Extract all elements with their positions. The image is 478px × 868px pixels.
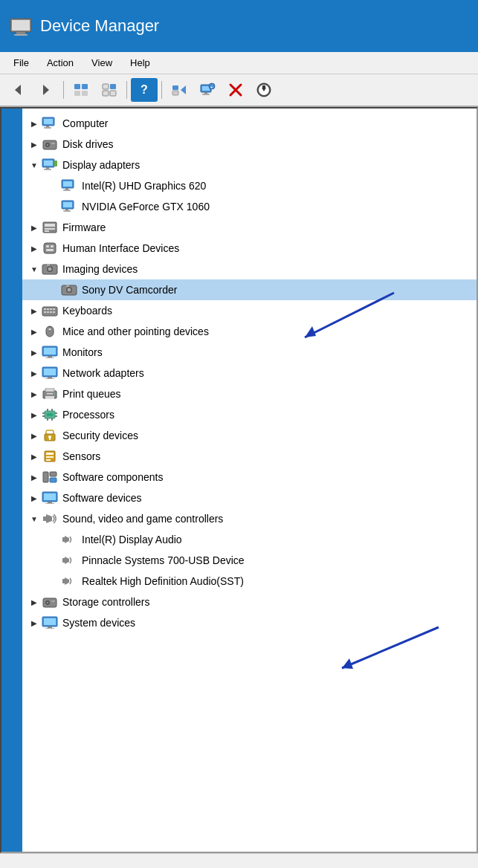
- menu-file[interactable]: File: [6, 56, 36, 70]
- tree-item-display-adapters[interactable]: ▼ Display adapters: [22, 155, 477, 175]
- display-adapters-label: Display adapters: [62, 159, 140, 171]
- expand-sensors[interactable]: ▶: [28, 450, 40, 462]
- svg-rect-34: [44, 119, 53, 124]
- tree-item-keyboards[interactable]: ▶ Keyboards: [22, 300, 477, 321]
- tree-item-mice[interactable]: ▶ Mice and other pointing devices: [22, 321, 477, 342]
- expand-system[interactable]: ▶: [28, 617, 40, 629]
- tree-item-disk-drives[interactable]: ▶ Disk drives: [22, 134, 477, 155]
- scan-hardware-button[interactable]: +: [194, 78, 221, 102]
- svg-rect-85: [45, 357, 54, 358]
- expand-security[interactable]: ▶: [28, 430, 40, 441]
- menu-action[interactable]: Action: [39, 56, 81, 70]
- svg-rect-72: [47, 308, 49, 310]
- device-tree[interactable]: ▶ Computer ▶ Disk drives ▼ Di: [22, 108, 477, 852]
- expand-imaging[interactable]: ▼: [28, 263, 40, 275]
- tree-item-pinnacle[interactable]: Pinnacle Systems 700-USB Device: [22, 550, 477, 571]
- svg-rect-58: [44, 243, 56, 253]
- properties-button[interactable]: [96, 78, 123, 102]
- install-button[interactable]: [251, 78, 277, 102]
- tree-item-hid[interactable]: ▶ Human Interface Devices: [22, 238, 477, 259]
- tree-item-software-dev[interactable]: ▶ Software devices: [22, 488, 477, 508]
- svg-rect-133: [44, 618, 56, 625]
- expand-monitors[interactable]: ▶: [28, 346, 40, 358]
- svg-rect-108: [49, 438, 51, 440]
- expand-print[interactable]: ▶: [28, 388, 40, 400]
- expand-keyboards[interactable]: ▶: [28, 305, 40, 317]
- expand-storage[interactable]: ▶: [28, 596, 40, 608]
- svg-rect-126: [62, 579, 65, 583]
- svg-rect-113: [43, 472, 48, 482]
- expand-software-dev[interactable]: ▶: [28, 492, 40, 504]
- print-icon: [42, 386, 58, 402]
- tree-item-imaging[interactable]: ▼ Imaging devices: [22, 259, 477, 279]
- svg-rect-61: [46, 249, 54, 251]
- svg-rect-83: [44, 348, 56, 354]
- expand-network[interactable]: ▶: [28, 367, 40, 379]
- svg-rect-2: [16, 32, 25, 34]
- tree-item-software-comp[interactable]: ▶ Software components: [22, 467, 477, 488]
- svg-rect-15: [172, 91, 178, 95]
- svg-rect-12: [103, 91, 109, 96]
- svg-rect-44: [44, 169, 51, 170]
- svg-rect-48: [65, 188, 68, 190]
- device-manager-icon: [9, 14, 33, 38]
- help-button[interactable]: ?: [131, 78, 158, 102]
- tree-item-monitors[interactable]: ▶ Monitors: [22, 342, 477, 363]
- svg-point-68: [68, 288, 71, 292]
- processors-label: Processors: [62, 409, 114, 421]
- expand-processors[interactable]: ▶: [28, 409, 40, 421]
- expand-hid[interactable]: ▶: [28, 242, 40, 254]
- tree-item-system[interactable]: ▶ System devices: [22, 612, 477, 633]
- security-label: Security devices: [62, 430, 138, 441]
- tree-item-network[interactable]: ▶ Network adapters: [22, 363, 477, 383]
- tree-item-storage[interactable]: ▶ Storage controllers: [22, 592, 477, 612]
- back-button[interactable]: [4, 78, 31, 102]
- tree-item-sound[interactable]: ▼ Sound, video and game controllers: [22, 508, 477, 529]
- software-comp-icon: [42, 469, 58, 485]
- mice-label: Mice and other pointing devices: [62, 326, 209, 337]
- svg-rect-7: [82, 84, 88, 89]
- svg-rect-49: [63, 190, 71, 191]
- tree-item-computer[interactable]: ▶ Computer: [22, 113, 477, 134]
- toolbar-sep-1: [63, 81, 64, 99]
- computer-icon: [42, 115, 58, 132]
- tree-item-processors[interactable]: ▶ Processors: [22, 404, 477, 425]
- tree-item-print[interactable]: ▶ Print queues: [22, 383, 477, 404]
- showhide-button[interactable]: [68, 78, 94, 102]
- tree-item-firmware[interactable]: ▶ Firmware: [22, 217, 477, 238]
- disk-icon: [42, 136, 58, 152]
- svg-rect-118: [48, 502, 52, 503]
- expand-disk[interactable]: ▶: [28, 138, 40, 150]
- forward-button[interactable]: [33, 78, 59, 102]
- menu-view[interactable]: View: [84, 56, 120, 70]
- svg-rect-56: [45, 228, 55, 230]
- svg-rect-91: [45, 389, 54, 392]
- tree-item-intel-uhd[interactable]: Intel(R) UHD Graphics 620: [22, 175, 477, 196]
- software-comp-label: Software components: [62, 471, 163, 483]
- tree-item-sony-dv[interactable]: Sony DV Camcorder: [22, 279, 477, 300]
- svg-rect-28: [262, 85, 265, 88]
- tree-item-nvidia[interactable]: NVIDIA GeForce GTX 1060: [22, 196, 477, 217]
- svg-rect-59: [46, 245, 49, 247]
- svg-rect-36: [44, 127, 51, 129]
- expand-mice[interactable]: ▶: [28, 326, 40, 337]
- expand-computer[interactable]: ▶: [28, 117, 40, 129]
- disable-button[interactable]: [222, 78, 249, 102]
- svg-rect-93: [47, 393, 53, 395]
- tree-item-intel-audio[interactable]: Intel(R) Display Audio: [22, 529, 477, 550]
- expand-sound[interactable]: ▼: [28, 513, 40, 525]
- tree-item-security[interactable]: ▶ Security devices: [22, 425, 477, 446]
- tree-item-sensors[interactable]: ▶ Sensors: [22, 446, 477, 467]
- svg-rect-19: [204, 92, 207, 94]
- expand-software-comp[interactable]: ▶: [28, 471, 40, 483]
- sensors-label: Sensors: [62, 450, 100, 462]
- svg-rect-51: [63, 202, 72, 207]
- svg-rect-45: [54, 161, 57, 166]
- nvidia-label: NVIDIA GeForce GTX 1060: [82, 201, 210, 213]
- expand-firmware[interactable]: ▶: [28, 221, 40, 233]
- update-driver-button[interactable]: [166, 78, 193, 102]
- menu-help[interactable]: Help: [123, 56, 158, 70]
- svg-rect-18: [202, 86, 210, 91]
- expand-display[interactable]: ▼: [28, 159, 40, 171]
- tree-item-realtek[interactable]: Realtek High Definition Audio(SST): [22, 571, 477, 592]
